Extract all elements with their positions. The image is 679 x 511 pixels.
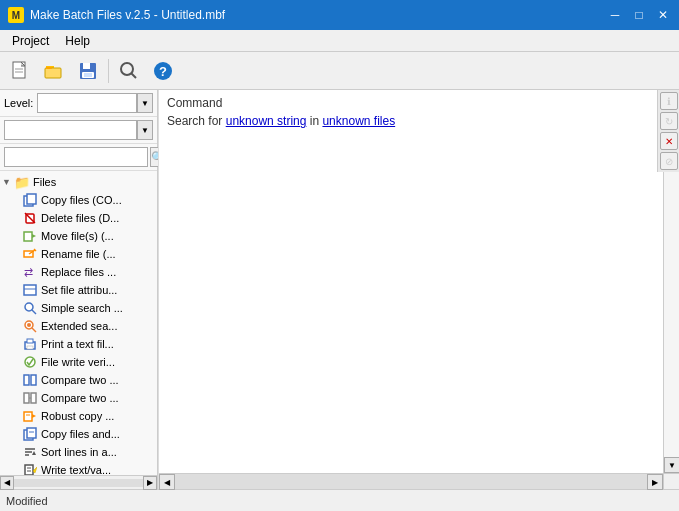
hscroll-track — [175, 474, 647, 489]
list-item[interactable]: Simple search ... — [0, 299, 157, 317]
svg-line-11 — [132, 73, 137, 78]
copyfiles-icon — [22, 426, 38, 442]
svg-text:⇄: ⇄ — [24, 266, 33, 278]
help-icon: ? — [152, 60, 174, 82]
level-row: Level: Super pro ▼ — [0, 90, 157, 117]
tree-root-files[interactable]: ▼ 📁 Files — [0, 173, 157, 191]
new-button[interactable] — [4, 55, 36, 87]
list-item[interactable]: Move file(s) (... — [0, 227, 157, 245]
new-icon — [9, 60, 31, 82]
svg-rect-36 — [31, 375, 36, 385]
svg-line-30 — [32, 328, 36, 332]
level-dropdown-button[interactable]: ▼ — [137, 93, 153, 113]
tree-item-label: Compare two ... — [41, 392, 119, 404]
title-bar: M Make Batch Files v.2.5 - Untitled.mbf … — [0, 0, 679, 30]
delete-icon — [22, 210, 38, 226]
open-icon — [43, 60, 65, 82]
filter-dropdown-button[interactable]: ▼ — [137, 120, 153, 140]
list-item[interactable]: Compare two ... — [0, 389, 157, 407]
tree-item-label: Rename file (... — [41, 248, 116, 260]
info-button[interactable]: ℹ — [660, 92, 678, 110]
status-bar: Modified — [0, 489, 679, 511]
scroll-down-button[interactable]: ▼ — [664, 457, 679, 473]
tree-item-label: Compare two ... — [41, 374, 119, 386]
svg-rect-15 — [27, 194, 36, 204]
list-item[interactable]: Copy files (CO... — [0, 191, 157, 209]
simple-search-icon — [22, 300, 38, 316]
rename-icon — [22, 246, 38, 262]
save-button[interactable] — [72, 55, 104, 87]
remove-button[interactable]: ✕ — [660, 132, 678, 150]
tree-item-label: Delete files (D... — [41, 212, 119, 224]
folder-icon: 📁 — [14, 174, 30, 190]
right-panel: Command Search for unknown string in unk… — [158, 90, 679, 489]
svg-point-34 — [25, 357, 35, 367]
svg-rect-24 — [24, 285, 36, 295]
compare-icon — [22, 372, 38, 388]
tree-hscrollbar[interactable]: ◀ ▶ — [0, 475, 157, 489]
svg-point-29 — [27, 323, 31, 327]
side-buttons: ℹ ↻ ✕ ⊘ — [657, 90, 679, 172]
list-item[interactable]: Set file attribu... — [0, 281, 157, 299]
list-item[interactable]: Robust copy ... — [0, 407, 157, 425]
list-item[interactable]: ⇄ Replace files ... — [0, 263, 157, 281]
tree-item-label: Write text/va... — [41, 464, 111, 475]
svg-rect-40 — [24, 412, 32, 421]
minimize-button[interactable]: ─ — [607, 7, 623, 23]
left-panel: Level: Super pro ▼ Filter by title ▼ 🔍 ▼… — [0, 90, 158, 489]
scroll-right-button[interactable]: ▶ — [143, 476, 157, 490]
svg-rect-38 — [31, 393, 36, 403]
filter-input[interactable]: Filter by title — [4, 120, 137, 140]
svg-marker-19 — [32, 234, 36, 238]
refresh-button[interactable]: ↻ — [660, 112, 678, 130]
compare2-icon — [22, 390, 38, 406]
list-item[interactable]: Sort lines in a... — [0, 443, 157, 461]
tree-item-label: Replace files ... — [41, 266, 116, 278]
list-item[interactable]: Compare two ... — [0, 371, 157, 389]
copy-icon — [22, 192, 38, 208]
unknown-files-link[interactable]: unknown files — [322, 114, 395, 128]
tree-root-label: Files — [33, 176, 56, 188]
scrollbar-corner — [663, 473, 679, 489]
svg-rect-5 — [46, 67, 52, 69]
list-item[interactable]: Rename file (... — [0, 245, 157, 263]
list-item[interactable]: Delete files (D... — [0, 209, 157, 227]
list-item[interactable]: Write text/va... — [0, 461, 157, 475]
expand-icon: ▼ — [2, 177, 14, 187]
search-input[interactable] — [4, 147, 148, 167]
filter-row: Filter by title ▼ — [0, 117, 157, 144]
replace-icon: ⇄ — [22, 264, 38, 280]
command-header: Command — [167, 96, 671, 110]
maximize-button[interactable]: □ — [631, 7, 647, 23]
list-item[interactable]: File write veri... — [0, 353, 157, 371]
find-button[interactable] — [113, 55, 145, 87]
open-button[interactable] — [38, 55, 70, 87]
tree-item-label: Sort lines in a... — [41, 446, 117, 458]
tree-item-label: Set file attribu... — [41, 284, 117, 296]
menu-help[interactable]: Help — [57, 32, 98, 50]
hscroll-track — [14, 479, 143, 487]
unknown-string-link[interactable]: unknown string — [226, 114, 307, 128]
tree-item-label: Robust copy ... — [41, 410, 114, 422]
list-item[interactable]: Print a text fil... — [0, 335, 157, 353]
svg-rect-44 — [27, 428, 36, 438]
svg-rect-50 — [25, 465, 33, 475]
menu-project[interactable]: Project — [4, 32, 57, 50]
close-button[interactable]: ✕ — [655, 7, 671, 23]
tree-item-label: Move file(s) (... — [41, 230, 114, 242]
list-item[interactable]: Extended sea... — [0, 317, 157, 335]
toolbar: ? — [0, 52, 679, 90]
list-item[interactable]: Copy files and... — [0, 425, 157, 443]
app-icon: M — [8, 7, 24, 23]
svg-point-26 — [25, 303, 33, 311]
command-text: Search for unknown string in unknown fil… — [167, 114, 671, 128]
tree-item-label: Simple search ... — [41, 302, 123, 314]
disable-button[interactable]: ⊘ — [660, 152, 678, 170]
hscroll-right-button[interactable]: ▶ — [647, 474, 663, 490]
sort-icon — [22, 444, 38, 460]
help-button[interactable]: ? — [147, 55, 179, 87]
level-input[interactable]: Super pro — [37, 93, 137, 113]
hscroll-left-button[interactable]: ◀ — [159, 474, 175, 490]
title-bar-text: Make Batch Files v.2.5 - Untitled.mbf — [30, 8, 225, 22]
scroll-left-button[interactable]: ◀ — [0, 476, 14, 490]
